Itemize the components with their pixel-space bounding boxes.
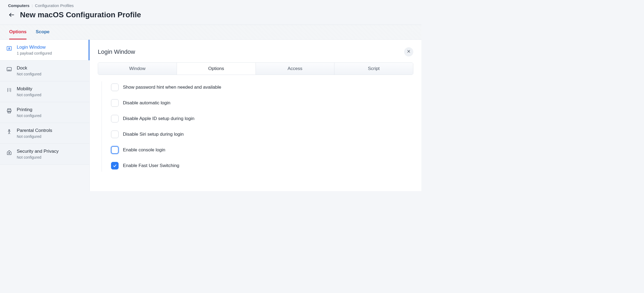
- top-tabs: Options Scope: [0, 25, 421, 40]
- breadcrumb: Computers : Configuration Profiles: [8, 3, 413, 8]
- sidebar-item-label: Parental Controls: [17, 128, 52, 133]
- option-show-password-hint: Show password hint when needed and avail…: [111, 84, 413, 91]
- option-disable-automatic-login: Disable automatic login: [111, 99, 413, 107]
- checkbox-disable-siri-setup[interactable]: [111, 131, 119, 138]
- dock-icon: [6, 66, 12, 72]
- seg-tab-script[interactable]: Script: [334, 63, 413, 75]
- sidebar-item-sub: Not configured: [17, 134, 52, 139]
- header: Computers : Configuration Profiles: [0, 0, 421, 8]
- house-lock-icon: [6, 149, 12, 156]
- checkbox-show-password-hint[interactable]: [111, 84, 119, 91]
- sidebar-item-dock[interactable]: Dock Not configured: [0, 61, 89, 81]
- sidebar-item-sub: 1 payload configured: [17, 51, 52, 55]
- sidebar-item-sub: Not configured: [17, 114, 41, 118]
- seg-tab-access[interactable]: Access: [256, 63, 335, 75]
- panel-title: Login Window: [98, 48, 135, 55]
- close-icon: [407, 49, 411, 54]
- segmented-tabs: Window Options Access Script: [98, 62, 413, 75]
- option-label: Enable Fast User Switching: [123, 163, 179, 168]
- printer-icon: [6, 108, 12, 114]
- checkbox-enable-fast-user-switching[interactable]: [111, 162, 119, 169]
- option-disable-appleid-setup: Disable Apple ID setup during login: [111, 115, 413, 122]
- checkbox-enable-console-login[interactable]: [111, 146, 119, 154]
- mobility-icon: [6, 87, 12, 93]
- option-label: Enable console login: [123, 147, 165, 153]
- sidebar-item-printing[interactable]: Printing Not configured: [0, 102, 89, 123]
- svg-point-6: [10, 70, 11, 70]
- svg-point-13: [9, 129, 10, 131]
- sidebar-item-login-window[interactable]: Login Window 1 payload configured: [0, 40, 89, 61]
- login-window-icon: [6, 45, 12, 52]
- payload-sidebar: Login Window 1 payload configured Dock N…: [0, 40, 90, 191]
- sidebar-item-mobility[interactable]: Mobility Not configured: [0, 81, 89, 102]
- sidebar-item-label: Mobility: [17, 86, 41, 92]
- sidebar-item-security-and-privacy[interactable]: Security and Privacy Not configured: [0, 144, 89, 165]
- svg-rect-14: [9, 153, 10, 154]
- option-enable-console-login: Enable console login: [111, 146, 413, 154]
- breadcrumb-leaf[interactable]: Configuration Profiles: [35, 3, 73, 8]
- tab-scope[interactable]: Scope: [36, 25, 49, 39]
- sidebar-item-sub: Not configured: [17, 72, 41, 76]
- option-disable-siri-setup: Disable Siri setup during login: [111, 131, 413, 138]
- sidebar-item-label: Dock: [17, 65, 41, 71]
- svg-rect-12: [8, 111, 10, 113]
- svg-rect-1: [7, 46, 12, 51]
- sidebar-item-label: Printing: [17, 107, 41, 112]
- close-button[interactable]: [404, 47, 413, 56]
- svg-point-4: [8, 70, 9, 70]
- tab-options[interactable]: Options: [9, 25, 26, 39]
- seg-tab-window[interactable]: Window: [98, 63, 177, 75]
- parental-controls-icon: [6, 128, 12, 135]
- seg-tab-options[interactable]: Options: [177, 63, 256, 75]
- sidebar-item-label: Login Window: [17, 45, 52, 50]
- option-label: Disable automatic login: [123, 100, 170, 106]
- breadcrumb-separator: :: [32, 3, 33, 8]
- sidebar-item-sub: Not configured: [17, 93, 41, 97]
- sidebar-item-sub: Not configured: [17, 155, 59, 159]
- back-arrow-icon[interactable]: [8, 11, 15, 18]
- main-panel: Login Window Window Options Access Scrip…: [90, 40, 421, 191]
- checkbox-disable-automatic-login[interactable]: [111, 99, 119, 107]
- breadcrumb-root[interactable]: Computers: [8, 3, 29, 8]
- option-label: Disable Siri setup during login: [123, 132, 184, 137]
- svg-point-2: [9, 48, 10, 49]
- sidebar-item-parental-controls[interactable]: Parental Controls Not configured: [0, 123, 89, 144]
- option-enable-fast-user-switching: Enable Fast User Switching: [111, 162, 413, 169]
- page-title: New macOS Configuration Profile: [20, 11, 141, 19]
- title-row: New macOS Configuration Profile: [0, 8, 421, 25]
- sidebar-item-label: Security and Privacy: [17, 149, 59, 154]
- option-label: Disable Apple ID setup during login: [123, 116, 194, 121]
- checkbox-disable-appleid-setup[interactable]: [111, 115, 119, 122]
- svg-point-5: [9, 70, 9, 70]
- options-list: Show password hint when needed and avail…: [102, 81, 413, 172]
- option-label: Show password hint when needed and avail…: [123, 85, 221, 90]
